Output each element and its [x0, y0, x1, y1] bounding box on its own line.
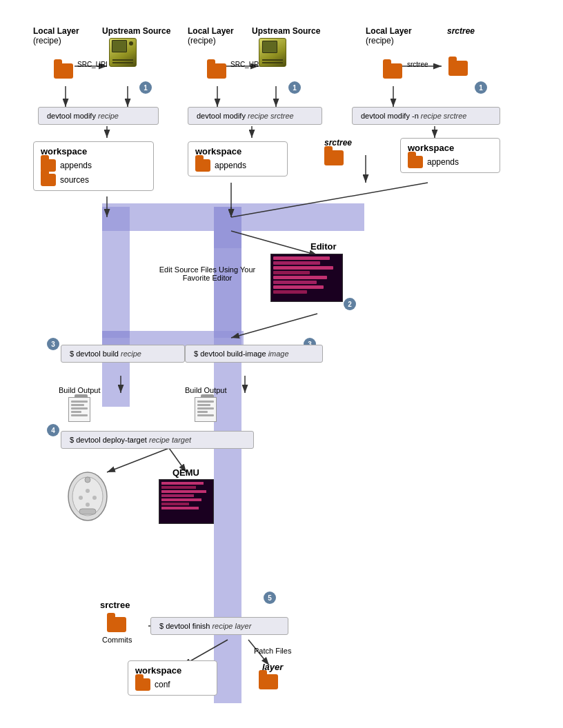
svg-rect-5: [102, 203, 364, 231]
build-recipe-cmd: $ devtool build recipe: [61, 345, 185, 363]
svg-point-39: [92, 496, 97, 500]
badge-1b: 1: [288, 81, 301, 94]
finish-workspace: workspace conf: [128, 660, 217, 696]
col1-cmd-box: devtool modify recipe: [38, 107, 159, 125]
build-output-1: Build Output: [59, 386, 101, 422]
svg-rect-2: [102, 207, 130, 338]
col3-cmd-box: devtool modify -n recipe srctree: [352, 107, 500, 125]
col2-local-layer-label: Local Layer (recipe): [188, 26, 234, 46]
col3-srctree-mid-label: srctree: [324, 138, 352, 168]
editor-label: Editor: [310, 241, 337, 252]
svg-rect-7: [102, 331, 130, 407]
editor-terminal: [270, 254, 343, 302]
col2-src-uri: SRC_URI: [230, 61, 261, 68]
svg-line-22: [231, 183, 428, 217]
col1-upstream-label: Upstream Source: [102, 26, 170, 36]
col2-cmd-box: devtool modify recipe srctree: [188, 107, 322, 125]
col1-local-folder: [54, 63, 73, 81]
col1-workspace: workspace appends sources: [33, 141, 154, 191]
col2-workspace: workspace appends: [188, 141, 288, 176]
col3-local-layer-label: Local Layer (recipe): [366, 26, 412, 46]
col1-src-uri: SRC_URI: [77, 61, 108, 68]
svg-point-40: [86, 489, 90, 493]
col1-local-layer-label: Local Layer (recipe): [33, 26, 79, 46]
patch-files-label: Patch Files: [254, 647, 291, 655]
finish-srctree-folder: [107, 617, 126, 634]
badge-4: 4: [47, 424, 59, 436]
col2-server: [259, 38, 286, 67]
col3-srctree-folder: [448, 61, 468, 78]
col3-srctree-arrow-label: srctree: [407, 61, 428, 68]
build-output-2: Build Output: [185, 386, 227, 422]
deploy-cmd: $ devtool deploy-target recipe target: [61, 431, 254, 449]
editor-description: Edit Source Files Using Your Favorite Ed…: [150, 265, 264, 282]
svg-point-36: [85, 477, 90, 483]
svg-point-38: [79, 496, 83, 500]
col3-srctree-label: srctree: [447, 26, 475, 36]
svg-line-26: [231, 314, 317, 338]
badge-1a: 1: [139, 81, 152, 94]
svg-rect-4: [214, 207, 241, 248]
col2-upstream-label: Upstream Source: [252, 26, 320, 36]
badge-2: 2: [344, 298, 356, 310]
layer-folder: [259, 674, 278, 691]
svg-line-25: [231, 231, 317, 255]
qemu-label: QEMU: [172, 467, 199, 478]
col1-server: [109, 38, 140, 72]
qemu-terminal: [159, 479, 214, 524]
svg-point-41: [86, 503, 90, 507]
col3-local-folder: [383, 63, 402, 81]
workflow-diagram: Local Layer (recipe) SRC_URI Upstream So…: [0, 0, 563, 728]
build-image-cmd: $ devtool build-image image: [185, 345, 323, 363]
phone-icon: [66, 469, 110, 526]
svg-line-29: [107, 448, 169, 472]
badge-5: 5: [264, 592, 276, 604]
col3-workspace: workspace appends: [400, 138, 500, 173]
commits-label: Commits: [102, 636, 132, 644]
badge-3a: 3: [47, 338, 59, 350]
badge-1c: 1: [475, 81, 487, 94]
finish-srctree-label: srctree: [100, 600, 130, 610]
col2-local-folder: [207, 63, 226, 81]
svg-rect-37: [79, 509, 96, 514]
finish-cmd: $ devtool finish recipe layer: [150, 617, 288, 635]
